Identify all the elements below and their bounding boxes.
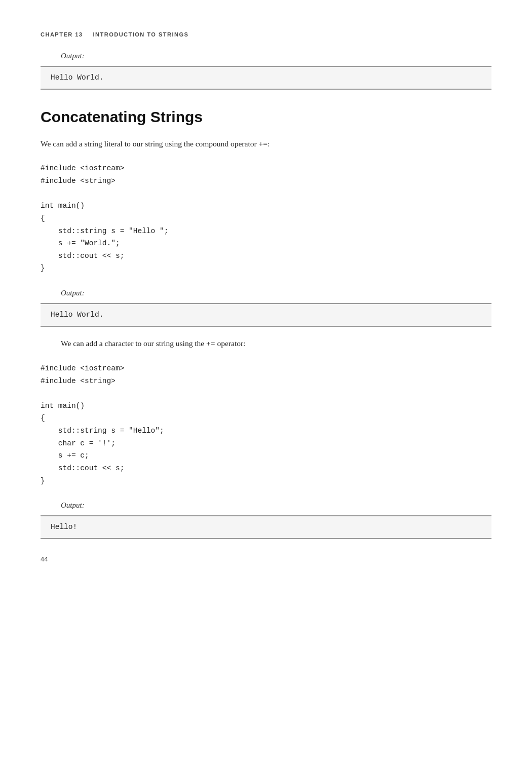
chapter-title: INTRODUCTION TO STRINGS <box>93 30 188 40</box>
code-line: #include <string> <box>41 375 491 388</box>
code-line: std::cout << s; <box>41 462 491 475</box>
code-line: #include <iostream> <box>41 362 491 375</box>
code-line <box>41 387 491 400</box>
output-box-1: Hello World. <box>41 303 491 327</box>
code-line <box>41 187 491 200</box>
middle-text: We can add a character to our string usi… <box>61 337 491 350</box>
code-line: int main() <box>41 200 491 212</box>
code-line: s += "World."; <box>41 237 491 250</box>
output-label-2: Output: <box>61 499 491 511</box>
page-number: 44 <box>41 554 491 565</box>
code-line: #include <string> <box>41 175 491 187</box>
chapter-header: CHAPTER 13 INTRODUCTION TO STRINGS <box>41 30 491 40</box>
code-line: { <box>41 212 491 225</box>
code-line: s += c; <box>41 449 491 462</box>
intro-text-1: We can add a string literal to our strin… <box>41 137 491 150</box>
code-line: int main() <box>41 400 491 412</box>
code-line: } <box>41 262 491 275</box>
code-line: std::string s = "Hello"; <box>41 425 491 437</box>
output-text-1: Hello World. <box>51 311 103 319</box>
code-line: { <box>41 412 491 425</box>
code-line: #include <iostream> <box>41 162 491 175</box>
code-line: } <box>41 475 491 487</box>
output-text-intro: Hello World. <box>51 73 103 82</box>
output-box-intro: Hello World. <box>41 66 491 90</box>
output-label-1: Output: <box>61 287 491 299</box>
code-line: std::string s = "Hello "; <box>41 225 491 238</box>
code-block-2: #include <iostream> #include <string> in… <box>41 357 491 492</box>
chapter-label: CHAPTER 13 <box>41 30 83 40</box>
page-container: CHAPTER 13 INTRODUCTION TO STRINGS Outpu… <box>0 0 532 595</box>
section-title-concatenating: Concatenating Strings <box>41 105 491 129</box>
output-text-2: Hello! <box>51 523 77 531</box>
output-label-intro: Output: <box>61 50 491 62</box>
output-box-2: Hello! <box>41 515 491 539</box>
code-line: std::cout << s; <box>41 250 491 262</box>
code-line: char c = '!'; <box>41 437 491 450</box>
code-block-1: #include <iostream> #include <string> in… <box>41 157 491 280</box>
